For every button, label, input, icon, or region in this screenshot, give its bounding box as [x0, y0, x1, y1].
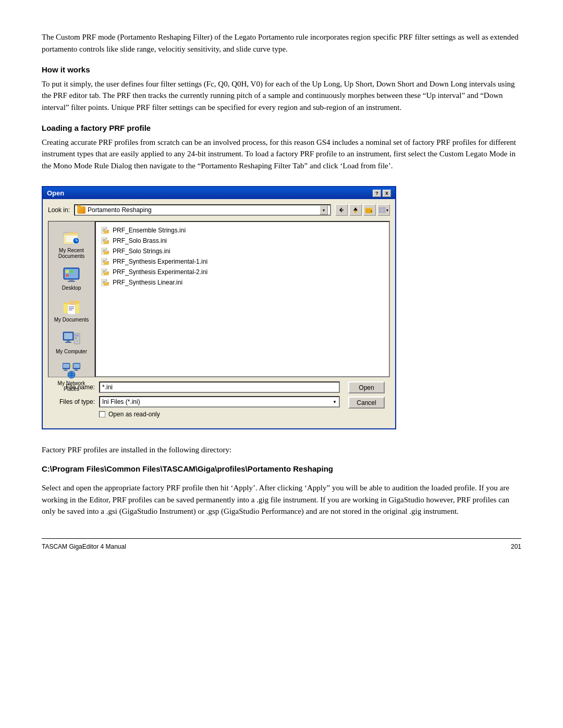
desktop-label: Desktop [62, 285, 81, 291]
svg-rect-27 [69, 308, 74, 309]
filetype-row: Files of type: Ini Files (*.ini) ▼ [53, 396, 340, 408]
network-icon [62, 361, 81, 379]
svg-rect-30 [64, 333, 72, 339]
file-item[interactable]: PRF_Synthesis Experimental-1.ini [99, 256, 386, 267]
lookin-row: Look in: Portamento Reshaping [48, 204, 390, 216]
desktop-icon [62, 265, 81, 284]
filename-input[interactable]: *.ini [99, 381, 340, 393]
svg-text:*: * [371, 209, 372, 214]
file-name: PRF_Synthesis Experimental-1.ini [113, 258, 207, 265]
dialog-main-area: My Recent Documents [48, 221, 390, 377]
svg-rect-32 [65, 342, 71, 343]
readonly-checkbox[interactable] [99, 411, 105, 417]
svg-rect-52 [103, 229, 106, 229]
svg-rect-5 [379, 207, 382, 209]
dialog-toolbar: * ▼ [335, 204, 390, 216]
up-icon [352, 206, 359, 214]
footer-right: 201 [511, 543, 521, 550]
recent-icon [62, 228, 81, 246]
file-name: PRF_Solo Brass.ini [113, 237, 167, 244]
views-dropdown-indicator: ▼ [386, 208, 389, 212]
file-name: PRF_Ensemble Strings.ini [113, 227, 186, 234]
page-footer: TASCAM GigaEditor 4 Manual 201 [42, 538, 521, 550]
back-icon [338, 206, 345, 214]
file-item[interactable]: PRF_Solo Strings.ini [99, 246, 386, 256]
ini-file-icon [101, 247, 109, 255]
ini-file-icon [101, 268, 109, 276]
sidebar-item-desktop[interactable]: Desktop [50, 263, 93, 293]
ini-file-icon [101, 237, 109, 245]
svg-rect-6 [383, 207, 385, 209]
filetype-arrow: ▼ [333, 400, 337, 404]
lookin-combo[interactable]: Portamento Reshaping [74, 204, 331, 216]
sidebar-item-mycomputer[interactable]: My Computer [50, 327, 93, 356]
ini-file-icon [101, 226, 109, 235]
mydocs-icon [62, 297, 81, 316]
svg-rect-73 [103, 272, 106, 272]
dialog-title: Open [47, 189, 64, 197]
svg-rect-44 [74, 370, 78, 371]
section2-heading: Loading a factory PRF profile [42, 122, 521, 134]
views-button[interactable]: ▼ [377, 204, 390, 216]
section1-heading: How it works [42, 64, 521, 76]
filename-value: *.ini [102, 384, 113, 391]
footer-left: TASCAM GigaEditor 4 Manual [42, 543, 126, 550]
open-button[interactable]: Open [348, 381, 385, 393]
dialog-filelist[interactable]: PRF_Ensemble Strings.ini PRF_Solo Brass.… [95, 221, 390, 377]
up-button[interactable] [349, 204, 362, 216]
file-item[interactable]: PRF_Synthesis Experimental-2.ini [99, 267, 386, 277]
svg-rect-55 [104, 231, 109, 233]
readonly-row: Open as read-only [99, 411, 340, 418]
new-folder-icon: * [365, 206, 374, 214]
open-dialog: Open ? X Look in: Portamento Reshaping [42, 186, 396, 429]
close-button[interactable]: X [383, 190, 391, 197]
mycomputer-icon [62, 329, 81, 348]
final-paragraph: Select and open the appropriate factory … [42, 482, 521, 517]
readonly-label: Open as read-only [108, 411, 160, 418]
svg-rect-19 [66, 270, 69, 273]
svg-rect-11 [66, 236, 77, 238]
file-name: PRF_Synthesis Linear.ini [113, 279, 182, 286]
svg-rect-34 [75, 335, 79, 337]
sidebar-item-mydocs[interactable]: My Documents [50, 295, 93, 325]
svg-rect-57 [103, 239, 106, 240]
intro-paragraph: The Custom PRF mode (Portamento Reshapin… [42, 31, 521, 55]
new-folder-button[interactable]: * [363, 204, 376, 216]
filetype-value: Ini Files (*.ini) [102, 398, 140, 405]
svg-rect-7 [379, 211, 382, 213]
file-item[interactable]: PRF_Ensemble Strings.ini [99, 225, 386, 236]
svg-rect-31 [67, 340, 70, 342]
views-icon [378, 206, 386, 214]
svg-rect-8 [383, 211, 385, 213]
file-item[interactable]: PRF_Solo Brass.ini [99, 236, 386, 246]
lookin-dropdown-arrow[interactable] [320, 205, 328, 215]
svg-rect-42 [74, 364, 80, 368]
svg-rect-80 [104, 283, 109, 286]
section1-body: To put it simply, the user defines four … [42, 78, 521, 114]
cancel-button[interactable]: Cancel [348, 397, 385, 409]
svg-rect-38 [63, 364, 69, 368]
svg-rect-23 [68, 281, 75, 282]
svg-rect-22 [69, 279, 74, 281]
section2-body: Creating accurate PRF profiles from scra… [42, 137, 521, 172]
mycomputer-label: My Computer [56, 349, 87, 354]
svg-rect-28 [69, 310, 72, 311]
file-name: PRF_Synthesis Experimental-2.ini [113, 268, 207, 276]
ini-file-icon [101, 278, 109, 287]
back-button[interactable] [335, 204, 348, 216]
svg-rect-58 [103, 240, 106, 241]
filename-label: File name: [53, 384, 95, 391]
help-button[interactable]: ? [373, 190, 381, 197]
svg-rect-75 [104, 273, 109, 275]
svg-rect-77 [103, 281, 106, 281]
svg-point-36 [77, 340, 78, 342]
filetype-combo[interactable]: Ini Files (*.ini) ▼ [99, 396, 340, 408]
svg-rect-78 [103, 282, 106, 282]
file-item[interactable]: PRF_Synthesis Linear.ini [99, 277, 386, 288]
svg-rect-35 [75, 338, 77, 339]
svg-rect-21 [66, 274, 69, 277]
sidebar-item-recent[interactable]: My Recent Documents [50, 226, 93, 261]
dialog-titlebar-buttons: ? X [373, 190, 391, 197]
open-dialog-container: Open ? X Look in: Portamento Reshaping [42, 186, 521, 429]
lookin-label: Look in: [48, 206, 70, 214]
